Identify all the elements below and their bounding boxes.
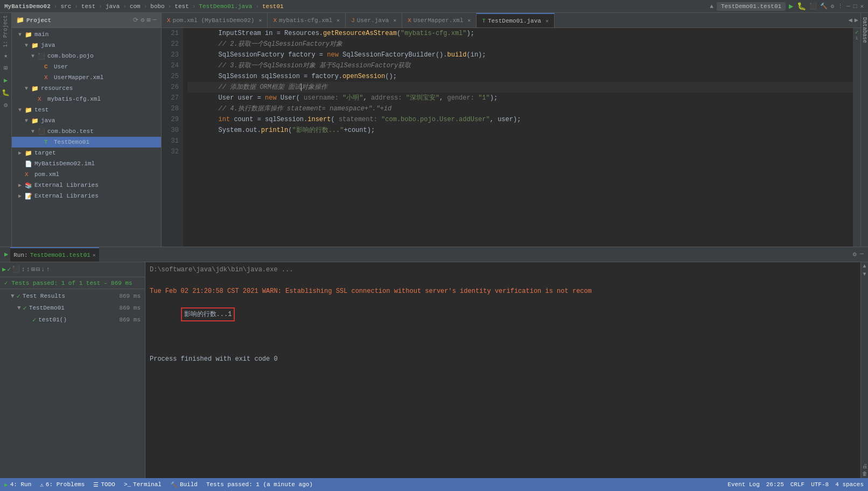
tree-mybatis[interactable]: X mybatis-cfg.xml (12, 94, 161, 104)
bookmark-icon[interactable]: ★ (4, 52, 8, 60)
tree-target[interactable]: ▶ 📁 target (12, 148, 161, 158)
close-tab-button[interactable]: ✕ (545, 18, 549, 24)
cursor-position: 26:25 (766, 481, 784, 488)
settings-icon[interactable]: ⚙ (831, 3, 835, 10)
tree-scratches[interactable]: ▶ 📝 External Libraries (12, 191, 161, 201)
code-line-31 (187, 136, 853, 146)
run-config[interactable]: TestDemo01.test01 (717, 2, 786, 11)
tab-user[interactable]: J User.java ✕ (346, 13, 402, 27)
more-icon[interactable]: ⋮ (837, 3, 843, 10)
arrow-icon: ▼ (31, 53, 38, 59)
project-icon[interactable]: 1: Project (3, 15, 9, 47)
sync-icon[interactable]: ⟳ (133, 16, 138, 24)
tab-scroll-right[interactable]: ▶ (855, 16, 858, 24)
status-build[interactable]: 🔨 Build (170, 481, 198, 488)
breadcrumb-file[interactable]: TestDemo01.java (199, 3, 252, 10)
tree-test[interactable]: ▼ 📁 test (12, 104, 161, 115)
close-icon[interactable]: ✕ (860, 3, 864, 10)
tree-java1[interactable]: ▼ 📁 java (12, 40, 161, 51)
tab-pom[interactable]: X pom.xml (MyBatisDemo02) ✕ (162, 13, 268, 27)
play-button[interactable]: ▶ (789, 2, 793, 11)
minimize-bottom-icon[interactable]: ─ (860, 250, 864, 258)
code-line-26: // 添加数据 ORM框架 面试对象操作 (187, 82, 853, 93)
structure-icon[interactable]: ⊞ (4, 64, 8, 72)
expand-test-icon[interactable]: ⊞ (31, 265, 35, 273)
print-icon[interactable]: 🖨 (862, 463, 867, 469)
arrow-icon: ▼ (25, 118, 31, 124)
clear-icon[interactable]: 🗑 (862, 471, 867, 477)
tab-testdemo01[interactable]: T TestDemo01.java ✕ (477, 13, 555, 27)
line-num-22: 22 (164, 39, 179, 50)
collapse-test-icon[interactable]: ⊟ (36, 265, 40, 273)
debug-icon[interactable]: 🐛 (2, 89, 10, 97)
scroll-test-icon[interactable]: ↓ (41, 266, 45, 273)
close-tab-button[interactable]: ✕ (337, 17, 340, 24)
status-problems[interactable]: ⚠ 6: Problems (40, 481, 85, 488)
event-log[interactable]: Event Log (727, 481, 759, 488)
check-icon[interactable]: ✓ (7, 265, 11, 273)
package-icon: ⬛ (38, 53, 46, 60)
indent-setting[interactable]: 4 spaces (835, 481, 864, 488)
stop-button[interactable]: ⬛ (809, 3, 817, 10)
charset[interactable]: UTF-8 (811, 481, 829, 488)
arrow-icon: ▶ (18, 150, 25, 156)
tab-usermapper[interactable]: X UserMapper.xml ✕ (402, 13, 477, 27)
rerun-icon[interactable]: ▶ (2, 265, 6, 273)
scroll-down-icon[interactable]: ▼ (863, 271, 866, 277)
close-run-tab[interactable]: ✕ (93, 252, 96, 258)
run-tab[interactable]: Run: TestDemo01.test01 ✕ (10, 247, 99, 262)
close-tab-button[interactable]: ✕ (393, 17, 396, 24)
console-output[interactable]: D:\software\java\jdk\bin\java.exe ... Tu… (145, 262, 860, 478)
settings-icon2[interactable]: ⚙ (4, 101, 8, 109)
tree-java2[interactable]: ▼ 📁 java (12, 115, 161, 126)
database-label[interactable]: Database (862, 17, 867, 43)
export-icon[interactable]: ↑ (46, 266, 50, 273)
stop-test-icon[interactable]: ⬛ (12, 265, 20, 273)
sort-icon2[interactable]: ↕ (26, 266, 30, 273)
collapse-icon[interactable]: ─ (153, 16, 157, 24)
build-status-icon: 🔨 (170, 481, 178, 488)
tree-resources[interactable]: ▼ 📁 resources (12, 83, 161, 94)
tree-item-label: java (41, 42, 55, 48)
debug-button[interactable]: 🐛 (797, 2, 806, 11)
tree-iml[interactable]: 📄 MyBatisDemo02.iml (12, 158, 161, 169)
scratch-icon: 📝 (25, 193, 33, 200)
close-tab-button[interactable]: ✕ (467, 17, 471, 24)
tree-item-label: test (34, 107, 48, 113)
test-result-root[interactable]: ▼ ✓ Test Results 869 ms (0, 290, 145, 302)
tab-label: TestDemo01.java (488, 18, 541, 24)
build-icon[interactable]: 🔨 (820, 3, 828, 10)
line-ending[interactable]: CRLF (790, 481, 804, 488)
error-indicator[interactable]: ✓ (855, 29, 858, 36)
test-result-method[interactable]: ✓ test01() 869 ms (0, 314, 145, 326)
minimize-icon[interactable]: ─ (846, 3, 850, 10)
tab-scroll-left[interactable]: ◀ (849, 16, 852, 24)
up-icon: ▲ (710, 3, 713, 10)
status-run[interactable]: ▶ 4: Run (4, 481, 31, 488)
run-icon[interactable]: ▶ (4, 76, 8, 85)
status-todo[interactable]: ☰ TODO (93, 481, 115, 488)
settings-bottom-icon[interactable]: ⚙ (853, 250, 857, 258)
tree-bobo-test[interactable]: ▼ ⬛ com.bobo.test (12, 126, 161, 137)
code-content[interactable]: InputStream in = Resources.getResourceAs… (183, 28, 853, 247)
settings-panel-icon[interactable]: ⚙ (141, 16, 144, 24)
tree-main[interactable]: ▼ 📁 main (12, 29, 161, 40)
tree-usermapper[interactable]: X UserMapper.xml (12, 72, 161, 83)
tab-mybatis[interactable]: X mybatis-cfg.xml ✕ (268, 13, 346, 27)
tree-pojo[interactable]: ▼ ⬛ com.bobo.pojo (12, 51, 161, 61)
test-result-class[interactable]: ▼ ✓ TestDemo01 869 ms (0, 302, 145, 314)
tree-user[interactable]: C User (12, 61, 161, 72)
scroll-top-icon[interactable]: ▲ (863, 263, 866, 269)
code-editor[interactable]: 21 22 23 24 25 26 27 28 29 30 31 32 Inpu… (162, 28, 860, 247)
status-terminal[interactable]: >_ Terminal (124, 481, 162, 488)
database-sidebar[interactable]: Database (860, 13, 868, 247)
test-tab-icon: T (482, 18, 486, 24)
expand-icon[interactable]: ⊞ (147, 16, 151, 24)
close-tab-button[interactable]: ✕ (258, 17, 262, 24)
tree-item-label: com.bobo.test (47, 128, 94, 135)
tree-pom[interactable]: X pom.xml (12, 169, 161, 180)
tree-external-libs[interactable]: ▶ 📚 External Libraries (12, 180, 161, 191)
maximize-icon[interactable]: □ (853, 3, 857, 10)
tree-testdemo01[interactable]: T TestDemo01 (12, 137, 161, 148)
sort-icon1[interactable]: ↕ (21, 266, 25, 273)
